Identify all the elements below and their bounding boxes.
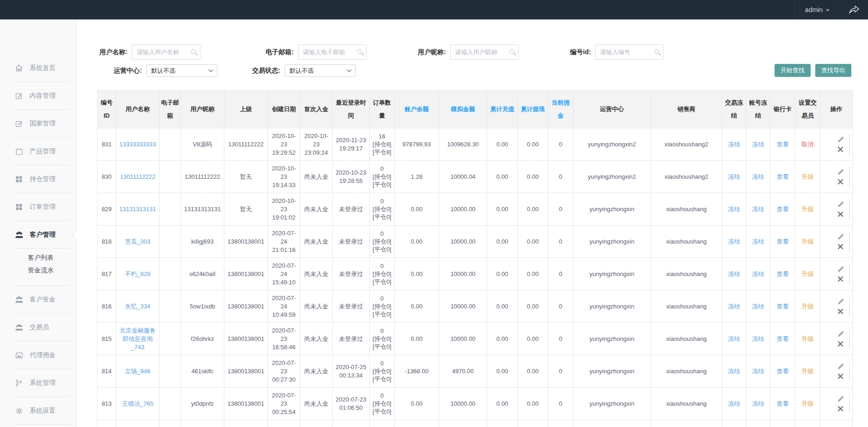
start-search-button[interactable]: 开始查找 <box>775 64 811 77</box>
cell-trade_freeze: 冻结 <box>722 323 746 355</box>
operation-center-select[interactable]: 默认不选 <box>146 64 217 77</box>
set-trader-upgrade[interactable]: 升级 <box>802 238 814 245</box>
sidebar-item-trader[interactable]: 交易员 <box>0 314 76 341</box>
account_freeze-link[interactable]: 冻结 <box>752 303 764 310</box>
sidebar-subitem-fund-flow[interactable]: 资金流水 <box>0 264 76 276</box>
delete-icon[interactable] <box>837 405 844 412</box>
edit-icon[interactable] <box>837 201 844 208</box>
sidebar-item-agent-commission[interactable]: 代理佣金 <box>0 341 76 369</box>
admin-dropdown[interactable]: admin <box>794 0 840 19</box>
account_freeze-link[interactable]: 冻结 <box>752 173 764 180</box>
edit-icon[interactable] <box>837 395 844 402</box>
trade_freeze-link[interactable]: 冻结 <box>728 173 740 180</box>
set-trader-upgrade[interactable]: 升级 <box>802 368 814 375</box>
trade_freeze-link[interactable]: 冻结 <box>728 400 740 407</box>
bank_card-link[interactable]: 查看 <box>777 335 789 342</box>
export-button[interactable]: 查找导出 <box>815 64 851 77</box>
username-link[interactable]: 苦瓜_303 <box>125 238 150 245</box>
username-link[interactable]: 不朽_828 <box>125 270 150 277</box>
username-link[interactable]: 北京金融服务部信息咨询_743 <box>120 327 156 351</box>
bank_card-link[interactable]: 查看 <box>777 270 789 277</box>
sidebar-item-system[interactable]: 系统管理 <box>0 369 76 397</box>
set-trader-upgrade[interactable]: 升级 <box>802 400 814 407</box>
trade_freeze-link[interactable]: 冻结 <box>728 335 740 342</box>
bank_card-link[interactable]: 查看 <box>777 141 789 148</box>
account_freeze-link[interactable]: 冻结 <box>752 270 764 277</box>
trade-status-select[interactable]: 默认不选 <box>285 64 356 77</box>
set-trader-upgrade[interactable]: 升级 <box>802 206 814 213</box>
delete-icon[interactable] <box>837 372 844 380</box>
cell-username: 13333333333 <box>116 128 160 161</box>
account_freeze-link[interactable]: 冻结 <box>752 141 764 148</box>
bank_card-link[interactable]: 查看 <box>777 303 789 310</box>
set-trader-upgrade[interactable]: 升级 <box>802 335 814 342</box>
username-link[interactable]: 王德法_765 <box>122 400 154 407</box>
account_freeze-link[interactable]: 冻结 <box>752 238 764 245</box>
set-trader-upgrade[interactable]: 升级 <box>802 173 814 180</box>
trade_freeze-link[interactable]: 冻结 <box>728 141 740 148</box>
username-link[interactable]: 13333333333 <box>119 141 156 148</box>
bank_card-link[interactable]: 查看 <box>777 368 789 375</box>
account_freeze-link[interactable]: 冻结 <box>752 400 764 407</box>
column-header-commission[interactable]: 当前佣金 <box>548 91 573 128</box>
sidebar-item-content[interactable]: 内容管理 <box>0 82 76 110</box>
userid-input[interactable] <box>595 44 663 60</box>
delete-icon[interactable] <box>837 145 844 153</box>
nickname-input[interactable] <box>450 44 519 60</box>
sidebar-item-product[interactable]: 产品管理 <box>0 138 76 165</box>
delete-icon[interactable] <box>837 308 844 315</box>
username-link[interactable]: 失忆_334 <box>125 303 150 310</box>
sidebar-item-home[interactable]: 系统首页 <box>0 54 76 82</box>
trade_freeze-link[interactable]: 冻结 <box>728 238 740 245</box>
username-link[interactable]: 13131313131 <box>119 206 156 213</box>
username-link[interactable]: 立场_946 <box>125 368 150 375</box>
cell-orders: 0 [持仓0] [平仓0] <box>370 193 395 226</box>
trade_freeze-link[interactable]: 冻结 <box>728 303 740 310</box>
delete-icon[interactable] <box>837 275 844 283</box>
edit-icon[interactable] <box>837 136 844 143</box>
edit-icon[interactable] <box>837 233 844 240</box>
trade_freeze-link[interactable]: 冻结 <box>728 368 740 375</box>
account_freeze-link[interactable]: 冻结 <box>752 335 764 342</box>
edit-icon[interactable] <box>837 363 844 370</box>
account_freeze-link[interactable]: 冻结 <box>752 368 764 375</box>
set-trader-cancel[interactable]: 取消 <box>802 141 814 148</box>
sidebar-subitem-customer-list[interactable]: 客户列表 <box>0 251 76 264</box>
sidebar-item-customer-funds[interactable]: 客户资金 <box>0 286 76 314</box>
sidebar-item-label: 客户管理 <box>30 231 56 239</box>
username-input[interactable] <box>132 44 200 60</box>
column-header-balance[interactable]: 账户余额 <box>395 91 439 128</box>
cell-orders: 0 [持仓0] [平仓0] <box>370 290 395 323</box>
sidebar-item-settings[interactable]: 系统设置 <box>0 397 76 425</box>
delete-icon[interactable] <box>837 340 844 347</box>
edit-icon[interactable] <box>837 265 844 273</box>
delete-icon[interactable] <box>837 210 844 218</box>
sidebar-item-order[interactable]: 订单管理 <box>0 193 76 221</box>
delete-icon[interactable] <box>837 178 844 185</box>
set-trader-upgrade[interactable]: 升级 <box>802 303 814 310</box>
sidebar-item-customer[interactable]: 客户管理 <box>0 221 76 249</box>
sidebar-item-position[interactable]: 持仓管理 <box>0 165 76 193</box>
column-header-demo_amount[interactable]: 模拟金额 <box>439 91 487 128</box>
column-header-total_recharge[interactable]: 累计充值 <box>487 91 518 128</box>
set-trader-upgrade[interactable]: 升级 <box>802 270 814 277</box>
cell-email <box>160 226 181 258</box>
bank_card-link[interactable]: 查看 <box>777 400 789 407</box>
email-input[interactable] <box>298 44 366 60</box>
edit-icon[interactable] <box>837 298 844 305</box>
cell-last_login: 2020-10-23 19:28:55 <box>333 161 370 193</box>
username-link[interactable]: 13011112222 <box>120 173 155 180</box>
delete-icon[interactable] <box>837 243 844 250</box>
column-header-total_withdraw[interactable]: 累计提现 <box>518 91 548 128</box>
cell-bank_card <box>770 420 795 427</box>
bank_card-link[interactable]: 查看 <box>777 206 789 213</box>
sidebar-item-country[interactable]: 国家管理 <box>0 110 76 138</box>
trade_freeze-link[interactable]: 冻结 <box>728 206 740 213</box>
bank_card-link[interactable]: 查看 <box>777 238 789 245</box>
bank_card-link[interactable]: 查看 <box>777 173 789 180</box>
edit-icon[interactable] <box>837 168 844 176</box>
account_freeze-link[interactable]: 冻结 <box>752 206 764 213</box>
logout-button[interactable] <box>840 0 868 19</box>
trade_freeze-link[interactable]: 冻结 <box>728 270 740 277</box>
edit-icon[interactable] <box>837 330 844 338</box>
